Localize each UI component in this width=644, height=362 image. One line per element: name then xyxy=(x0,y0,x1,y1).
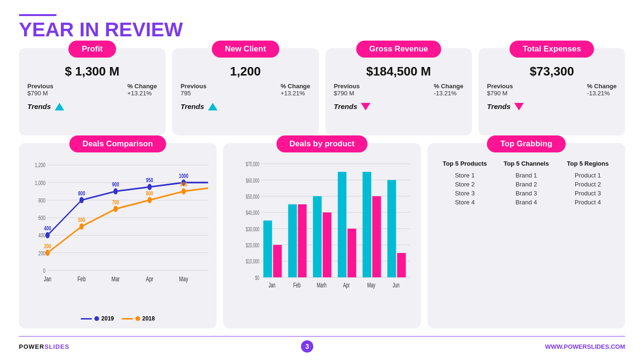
footer: POWERSLIDES 3 WWW.POWERSLIDES.COM xyxy=(19,336,625,353)
tg-item-0-0: Store 1 xyxy=(455,172,475,179)
legend-2019-dot xyxy=(94,316,99,321)
svg-text:900: 900 xyxy=(180,181,187,188)
kpi-change-value: -13.21% xyxy=(434,90,456,97)
svg-text:1,200: 1,200 xyxy=(35,162,46,168)
svg-point-20 xyxy=(45,232,50,238)
kpi-trend-label: Trends xyxy=(487,102,510,110)
kpi-main-value: $73,300 xyxy=(487,64,617,79)
title-part2: REVIEW xyxy=(105,18,183,41)
svg-point-40 xyxy=(182,188,186,194)
kpi-previous-label: Previous xyxy=(334,83,360,90)
trend-down-icon xyxy=(361,103,370,110)
kpi-trend-row: Trends xyxy=(181,102,217,110)
line-chart-area: 02004006008001,0001,200JanFebMarAprMayJu… xyxy=(27,157,208,322)
tg-item-2-2: Product 3 xyxy=(575,190,601,197)
kpi-change-col: % Change +13.21% xyxy=(127,83,157,97)
svg-point-22 xyxy=(79,197,84,203)
svg-text:950: 950 xyxy=(146,177,153,184)
svg-text:$0: $0 xyxy=(255,275,259,281)
svg-text:$10,000: $10,000 xyxy=(246,259,259,265)
bar-chart-area: $0$10,000$20,000$30,000$40,000$50,000$60… xyxy=(232,157,412,322)
svg-point-38 xyxy=(148,197,152,203)
legend-2018: 2018 xyxy=(122,315,155,322)
kpi-card-0: Profit $ 1,300 M Previous $790 M % Chang… xyxy=(19,48,166,135)
legend-2019-label: 2019 xyxy=(101,315,114,322)
tg-item-2-1: Product 2 xyxy=(575,181,601,188)
tg-col-header: Top 5 Regions xyxy=(567,160,609,167)
svg-point-32 xyxy=(45,250,50,256)
svg-text:200: 200 xyxy=(38,250,45,256)
legend-2019-line xyxy=(81,318,92,320)
kpi-row: Profit $ 1,300 M Previous $790 M % Chang… xyxy=(19,48,625,135)
svg-text:800: 800 xyxy=(78,190,85,197)
kpi-trend-label: Trends xyxy=(334,102,358,110)
svg-rect-66 xyxy=(313,196,321,278)
svg-text:Marh: Marh xyxy=(317,281,326,288)
kpi-previous-label: Previous xyxy=(181,83,207,90)
line-chart-svg: 02004006008001,0001,200JanFebMarAprMayJu… xyxy=(27,157,208,313)
kpi-previous-col: Previous 795 xyxy=(181,83,207,97)
svg-rect-61 xyxy=(273,245,282,278)
svg-text:1,000: 1,000 xyxy=(35,179,46,186)
header: YEAR IN REVIEW xyxy=(19,14,625,41)
svg-text:600: 600 xyxy=(38,215,45,221)
kpi-trend-row: Trends xyxy=(487,102,524,110)
top-grabbing-content: Top 5 ProductsStore 1Store 2Store 3Store… xyxy=(436,160,617,322)
svg-text:Jun: Jun xyxy=(393,281,400,288)
svg-point-34 xyxy=(79,223,84,229)
trend-down-icon xyxy=(514,103,524,110)
svg-text:May: May xyxy=(179,275,189,283)
svg-text:500: 500 xyxy=(78,216,85,223)
kpi-change-label: % Change xyxy=(127,83,157,90)
kpi-change-col: % Change -13.21% xyxy=(434,83,463,97)
svg-text:Feb: Feb xyxy=(77,275,85,283)
svg-text:700: 700 xyxy=(112,199,119,205)
tg-item-0-3: Store 4 xyxy=(455,199,475,206)
tg-item-1-3: Brand 4 xyxy=(516,199,537,206)
svg-text:800: 800 xyxy=(146,190,153,197)
svg-rect-60 xyxy=(263,220,272,277)
header-accent-line xyxy=(19,14,57,16)
tg-item-2-3: Product 4 xyxy=(575,199,601,206)
kpi-previous-value: $790 M xyxy=(487,90,507,97)
kpi-change-value: +13.21% xyxy=(127,90,152,97)
svg-rect-63 xyxy=(288,204,297,278)
deals-comparison-card: Deals Comparison 02004006008001,0001,200… xyxy=(19,143,217,328)
kpi-sub-row: Previous 795 % Change +13.21% xyxy=(181,83,310,97)
svg-text:400: 400 xyxy=(44,225,51,232)
svg-rect-64 xyxy=(298,204,306,278)
top-grabbing-col-1: Top 5 ChannelsBrand 1Brand 2Brand 3Brand… xyxy=(497,160,555,322)
svg-text:$30,000: $30,000 xyxy=(246,226,259,232)
svg-text:May: May xyxy=(367,281,375,288)
kpi-badge: Gross Revenue xyxy=(356,41,442,58)
kpi-trend-row: Trends xyxy=(334,102,371,110)
kpi-card-2: Gross Revenue $184,500 M Previous $790 M… xyxy=(326,48,472,135)
svg-text:400: 400 xyxy=(38,232,45,239)
kpi-previous-col: Previous $790 M xyxy=(334,83,360,97)
kpi-previous-col: Previous $790 M xyxy=(27,83,53,97)
svg-text:Mar: Mar xyxy=(111,275,120,283)
kpi-change-label: % Change xyxy=(587,83,617,90)
top-grabbing-badge: Top Grabbing xyxy=(487,135,565,152)
kpi-previous-label: Previous xyxy=(487,83,513,90)
tg-col-header: Top 5 Channels xyxy=(504,160,549,167)
footer-brand-right: WWW.POWERSLIDES.COM xyxy=(545,343,625,350)
svg-rect-69 xyxy=(338,172,346,277)
kpi-change-col: % Change -13.21% xyxy=(587,83,617,97)
deals-by-product-card: Deals by product $0$10,000$20,000$30,000… xyxy=(223,143,421,328)
kpi-change-label: % Change xyxy=(434,83,463,90)
svg-text:800: 800 xyxy=(38,197,45,203)
kpi-change-value: -13.21% xyxy=(587,90,610,97)
footer-page-number: 3 xyxy=(301,340,313,353)
footer-brand-left: POWERSLIDES xyxy=(19,343,69,350)
kpi-main-value: $184,500 M xyxy=(334,64,464,79)
kpi-trend-label: Trends xyxy=(27,102,51,110)
svg-text:Jan: Jan xyxy=(44,275,51,283)
svg-text:$40,000: $40,000 xyxy=(246,210,259,216)
top-grabbing-col-0: Top 5 ProductsStore 1Store 2Store 3Store… xyxy=(436,160,493,322)
svg-rect-70 xyxy=(348,229,356,278)
kpi-change-col: % Change +13.21% xyxy=(281,83,310,97)
legend-2018-line xyxy=(122,318,133,320)
tg-item-1-1: Brand 2 xyxy=(516,181,537,188)
legend-2018-label: 2018 xyxy=(142,315,155,322)
